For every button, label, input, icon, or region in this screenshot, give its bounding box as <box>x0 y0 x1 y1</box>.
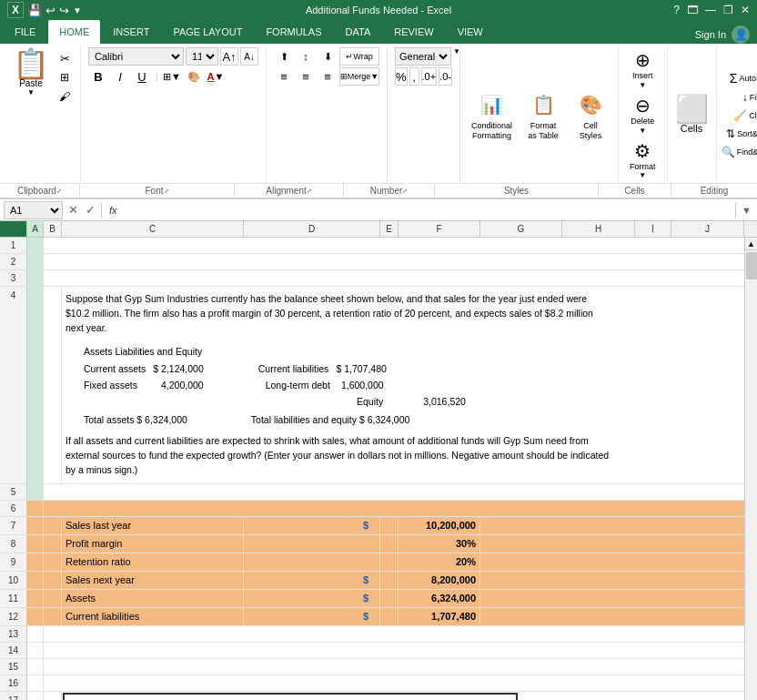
cell-4b[interactable] <box>44 287 62 482</box>
cell-9d[interactable] <box>244 553 380 571</box>
cell-11rest[interactable] <box>480 590 757 607</box>
tab-data[interactable]: DATA <box>335 20 382 44</box>
format-as-table-btn[interactable]: 📋 Format as Table <box>523 86 563 143</box>
cell-12a[interactable] <box>27 608 44 625</box>
row-number-2[interactable]: 2 <box>0 254 27 269</box>
conditional-formatting-btn[interactable]: 📊 Conditional Formatting <box>468 86 516 143</box>
col-header-b[interactable]: B <box>44 221 62 237</box>
fill-btn[interactable]: ↓Fill▼ <box>724 89 757 106</box>
cell-5rest[interactable] <box>44 484 757 500</box>
border-btn[interactable]: ⊞▼ <box>162 67 182 86</box>
number-format-select[interactable]: General <box>395 47 451 66</box>
row-number-12[interactable]: 12 <box>0 608 27 625</box>
row-number-3[interactable]: 3 <box>0 270 27 286</box>
cell-1b[interactable] <box>44 238 757 253</box>
cell-3b[interactable] <box>44 270 757 286</box>
cancel-formula-btn[interactable]: ✕ <box>66 203 80 217</box>
cell-16a[interactable] <box>27 675 44 691</box>
cell-10b[interactable] <box>44 572 62 589</box>
cell-12rest[interactable] <box>480 608 757 625</box>
undo-icon[interactable]: ↩ <box>45 4 56 17</box>
cell-7f[interactable]: 10,200,000 <box>399 517 480 534</box>
col-header-g[interactable]: G <box>480 221 562 237</box>
cell-17b[interactable] <box>44 692 62 700</box>
cell-10c[interactable]: Sales next year <box>62 572 244 589</box>
cell-12c[interactable]: Current liabilities <box>62 608 244 625</box>
row-number-6[interactable]: 6 <box>0 501 27 516</box>
cell-12b[interactable] <box>44 608 62 625</box>
find-select-btn[interactable]: 🔍Find&Select▼ <box>724 144 757 160</box>
cell-3a[interactable] <box>27 270 44 286</box>
decrease-font-btn[interactable]: A↓ <box>240 47 258 66</box>
minimize-btn[interactable]: — <box>705 4 716 16</box>
cell-4a[interactable] <box>27 287 44 482</box>
col-header-i[interactable]: I <box>635 221 671 237</box>
align-top-btn[interactable]: ⬆ <box>274 47 294 66</box>
cell-9e[interactable] <box>380 553 399 571</box>
increase-decimal-btn[interactable]: .0+ <box>421 67 438 86</box>
row-number-8[interactable]: 8 <box>0 535 27 553</box>
customize-icon[interactable]: ▼ <box>73 5 82 15</box>
row-number-16[interactable]: 16 <box>0 675 27 691</box>
scroll-up-btn[interactable]: ▲ <box>745 238 758 250</box>
cell-9b[interactable] <box>44 553 62 571</box>
cell-10d[interactable]: $ <box>244 572 380 589</box>
cell-2b[interactable] <box>44 254 757 269</box>
tab-view[interactable]: VIEW <box>447 20 494 44</box>
insert-cells-btn[interactable]: ⊕ Insert ▼ <box>629 47 657 91</box>
cell-13a[interactable] <box>27 626 44 642</box>
col-header-a[interactable]: A <box>27 221 44 237</box>
alignment-label[interactable]: Alignment ⤢ <box>235 184 344 198</box>
cell-12f[interactable]: 1,707,480 <box>399 608 480 625</box>
tab-insert[interactable]: INSERT <box>102 20 160 44</box>
paste-button[interactable]: 📋 Paste ▼ <box>9 47 53 181</box>
col-header-j[interactable]: J <box>671 221 744 237</box>
row-number-4[interactable]: 4 <box>0 287 27 482</box>
increase-font-btn[interactable]: A↑ <box>220 47 238 66</box>
tab-file[interactable]: FILE <box>4 20 46 44</box>
tab-pagelayout[interactable]: PAGE LAYOUT <box>162 20 253 44</box>
cell-11b[interactable] <box>44 590 62 607</box>
align-right-btn[interactable]: ≡ <box>318 67 338 86</box>
row-number-17[interactable]: 17 <box>0 692 27 700</box>
col-header-c[interactable]: C <box>62 221 244 237</box>
cell-14a[interactable] <box>27 643 44 658</box>
editing-label[interactable]: Editing <box>671 184 757 198</box>
row-number-11[interactable]: 11 <box>0 590 27 607</box>
tab-formulas[interactable]: FORMULAS <box>255 20 332 44</box>
cell-6rest[interactable] <box>44 501 757 516</box>
cell-12d[interactable]: $ <box>244 608 380 625</box>
format-painter-button[interactable]: 🖌 <box>55 87 75 106</box>
autosum-btn[interactable]: ΣAutoSum▼ <box>724 69 757 87</box>
row-number-13[interactable]: 13 <box>0 626 27 642</box>
cell-9c[interactable]: Retention ratio <box>62 553 244 571</box>
align-left-btn[interactable]: ≡ <box>274 67 294 86</box>
row-number-1[interactable]: 1 <box>0 238 27 253</box>
user-icon[interactable]: 👤 <box>732 25 750 44</box>
cell-10a[interactable] <box>27 572 44 589</box>
cell-13rest[interactable] <box>44 626 757 642</box>
vertical-scrollbar[interactable]: ▲ ▼ <box>744 238 757 700</box>
row-number-10[interactable]: 10 <box>0 572 27 589</box>
col-header-e[interactable]: E <box>380 221 399 237</box>
resize-btn[interactable]: ❐ <box>723 4 733 16</box>
number-expand-btn[interactable]: ▼ <box>453 47 460 66</box>
delete-cells-btn[interactable]: ⊖ Delete ▼ <box>627 93 658 137</box>
align-middle-btn[interactable]: ↕ <box>296 47 316 66</box>
col-header-f[interactable]: F <box>399 221 480 237</box>
tab-review[interactable]: REVIEW <box>383 20 444 44</box>
clear-btn[interactable]: 🧹Clear▼ <box>724 107 757 124</box>
cell-8f[interactable]: 30% <box>399 535 480 553</box>
wrap-text-btn[interactable]: ↵Wrap <box>339 47 379 66</box>
align-center-btn[interactable]: ≡ <box>296 67 316 86</box>
row-number-15[interactable]: 15 <box>0 659 27 675</box>
cell-12e[interactable] <box>380 608 399 625</box>
cell-4c[interactable]: Suppose that Gyp Sum Industries currentl… <box>62 287 757 482</box>
percent-btn[interactable]: % <box>395 67 408 86</box>
cell-1a[interactable] <box>27 238 44 253</box>
italic-btn[interactable]: I <box>110 67 130 86</box>
tab-home[interactable]: HOME <box>48 20 100 44</box>
cell-11d[interactable]: $ <box>244 590 380 607</box>
cell-7rest[interactable] <box>480 517 757 534</box>
save-icon[interactable]: 💾 <box>27 4 42 17</box>
